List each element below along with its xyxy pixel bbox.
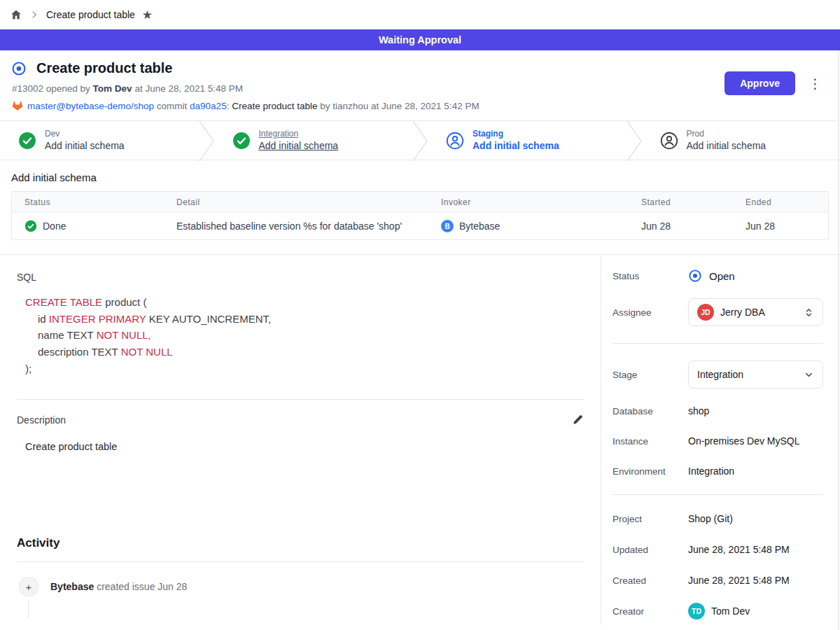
- issue-meta-time: at June 28, 2021 5:48 PM: [132, 83, 243, 94]
- col-invoker: Invoker: [428, 197, 629, 207]
- gitlab-icon: [12, 100, 23, 111]
- git-commit-message: Create product table: [232, 101, 317, 111]
- approval-banner: Waiting Approval: [0, 29, 840, 50]
- assignee-select[interactable]: JD Jerry DBA: [688, 298, 823, 326]
- task-detail: Established baseline version %s for data…: [176, 220, 402, 232]
- page-title: Create product table: [36, 60, 172, 76]
- sql-line: CREATE TABLE product (: [25, 294, 584, 311]
- stage-done-check-icon: [18, 132, 36, 150]
- task-status: Done: [43, 220, 66, 232]
- breadcrumb: Create product table ★: [0, 0, 840, 29]
- stage-staging[interactable]: Staging Add initial schema: [428, 121, 626, 160]
- stage-env-label: Integration: [259, 129, 339, 140]
- activity-item: + Bytebase created issue Jun 28: [20, 578, 584, 596]
- issue-header: Create product table #13002 opened by To…: [0, 50, 840, 120]
- home-icon[interactable]: [10, 8, 22, 21]
- approval-banner-text: Waiting Approval: [379, 34, 461, 46]
- updated-value: June 28, 2021 5:48 PM: [688, 544, 790, 555]
- col-started: Started: [629, 197, 733, 207]
- task-started: Jun 28: [641, 220, 671, 232]
- stage-env-label: Staging: [472, 129, 559, 140]
- creator-avatar: TD: [688, 603, 705, 620]
- stage-prod[interactable]: Prod Add initial schema: [642, 121, 840, 160]
- project-value: Shop (Git): [688, 513, 733, 524]
- invoker-avatar: B: [441, 220, 454, 232]
- assignee-value: Jerry DBA: [720, 307, 765, 318]
- updated-label: Updated: [612, 545, 688, 555]
- stage-separator: [412, 121, 428, 160]
- activity-action: created issue Jun 28: [94, 581, 187, 592]
- kebab-menu-icon[interactable]: ⋮: [806, 76, 825, 92]
- sql-line: description TEXT NOT NULL: [25, 344, 584, 360]
- done-check-icon: [24, 220, 37, 232]
- sql-line: name TEXT NOT NULL,: [25, 327, 584, 344]
- status-open-icon: [688, 269, 702, 283]
- bytebase-issue-page: Create product table ★ Waiting Approval …: [0, 0, 840, 630]
- chevron-down-icon: [804, 370, 814, 380]
- divider: [612, 494, 823, 495]
- issue-meta: #13002 opened by Tom Dev at June 28, 202…: [12, 83, 823, 94]
- git-commit-author-time: by tianzhou at June 28, 2021 5:42 PM: [317, 101, 479, 111]
- stage-value: Integration: [697, 369, 743, 380]
- created-value: June 28, 2021 5:48 PM: [688, 575, 790, 586]
- divider: [612, 343, 823, 344]
- col-status: Status: [12, 197, 164, 207]
- stage-select[interactable]: Integration: [688, 360, 823, 388]
- git-branch-repo-link[interactable]: master@bytebase-demo/shop: [27, 101, 154, 111]
- status-label: Status: [612, 271, 688, 281]
- issue-author: Tom Dev: [93, 83, 132, 94]
- activity-actor: Bytebase: [50, 581, 94, 592]
- stage-task-label: Add initial schema: [45, 139, 125, 152]
- assignee-avatar: JD: [697, 304, 714, 321]
- creator-value: Tom Dev: [711, 606, 750, 617]
- col-ended: Ended: [733, 197, 828, 207]
- assignee-label: Assignee: [612, 307, 688, 318]
- stage-task-label: Add initial schema: [472, 139, 559, 152]
- approve-button[interactable]: Approve: [724, 71, 795, 95]
- description-label: Description: [17, 414, 66, 426]
- unfold-chevrons-icon: [804, 307, 814, 318]
- sql-section-label: SQL: [17, 272, 584, 283]
- timeline-line: [28, 600, 29, 618]
- stage-env-label: Dev: [45, 129, 125, 140]
- environment-label: Environment: [612, 466, 688, 477]
- stage-dev[interactable]: Dev Add initial schema: [0, 121, 199, 160]
- favorite-star-icon[interactable]: ★: [142, 9, 153, 21]
- divider: [17, 399, 584, 400]
- stage-task-label: Add initial schema: [259, 139, 339, 152]
- breadcrumb-chevron-icon: [29, 10, 39, 20]
- task-invoker: Bytebase: [459, 220, 500, 232]
- stage-pending-person-icon: [446, 132, 464, 150]
- table-row: Done Established baseline version %s for…: [12, 213, 828, 239]
- stage-pending-person-icon: [660, 132, 678, 150]
- stage-done-check-icon: [232, 132, 251, 150]
- stage-integration[interactable]: Integration Add initial schema: [214, 121, 413, 160]
- instance-label: Instance: [612, 436, 688, 447]
- stage-separator: [626, 121, 642, 160]
- sql-code-block: CREATE TABLE product ( id INTEGER PRIMAR…: [25, 294, 584, 377]
- activity-create-icon: +: [20, 578, 38, 596]
- sql-line: id INTEGER PRIMARY KEY AUTO_INCREMENT,: [25, 311, 584, 328]
- instance-value: On-premises Dev MySQL: [688, 435, 799, 447]
- stage-label: Stage: [612, 370, 688, 380]
- task-table: Status Detail Invoker Started Ended Done…: [11, 191, 829, 240]
- project-label: Project: [612, 514, 688, 524]
- git-commit-hash-link[interactable]: da90a25: [190, 101, 227, 111]
- description-text: Create product table: [25, 441, 584, 452]
- created-label: Created: [612, 575, 688, 586]
- edit-pencil-icon[interactable]: [572, 414, 584, 426]
- activity-section-title: Activity: [17, 536, 584, 550]
- col-detail: Detail: [164, 197, 428, 207]
- stage-separator: [199, 121, 214, 160]
- git-commit-line: master@bytebase-demo/shop commit da90a25…: [12, 100, 823, 111]
- git-commit-word: commit: [157, 101, 188, 111]
- stage-env-label: Prod: [687, 129, 766, 140]
- sql-line: );: [25, 360, 584, 377]
- scrollbar-track[interactable]: [838, 50, 839, 630]
- task-ended: Jun 28: [746, 220, 775, 232]
- issue-open-icon: [11, 61, 27, 76]
- pipeline-stage-bar: Dev Add initial schema Integration Add i…: [0, 120, 840, 160]
- issue-meta-prefix: #13002 opened by: [12, 83, 93, 94]
- divider: [17, 561, 584, 562]
- issue-main-panel: SQL CREATE TABLE product ( id INTEGER PR…: [0, 255, 601, 624]
